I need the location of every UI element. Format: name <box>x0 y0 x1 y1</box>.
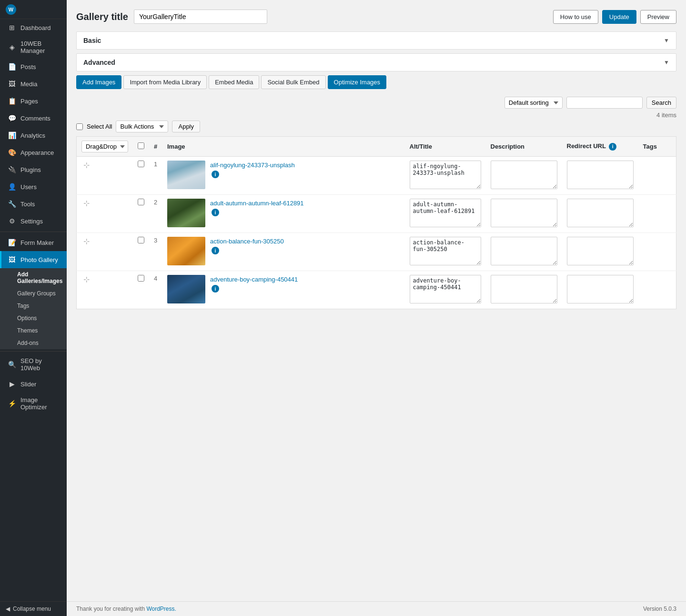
import-media-button[interactable]: Import from Media Library <box>123 75 207 89</box>
image-name-link-2[interactable]: adult-autumn-autumn-leaf-612891 <box>210 200 304 207</box>
footer-text: Thank you for creating with WordPress. <box>76 606 176 612</box>
drag-cell-1: ⊹ <box>77 157 133 195</box>
desc-textarea-4[interactable] <box>491 275 557 303</box>
sidebar-item-comments[interactable]: 💬 Comments <box>0 110 67 127</box>
row-checkbox-4[interactable] <box>138 275 144 282</box>
sidebar-item-dashboard[interactable]: ⊞ Dashboard <box>0 19 67 36</box>
collapse-menu-button[interactable]: ◀ Collapse menu <box>6 606 61 612</box>
drag-cell-2: ⊹ <box>77 195 133 233</box>
preview-button[interactable]: Preview <box>640 10 676 24</box>
number-cell-2: 2 <box>149 195 162 233</box>
table-select-all-checkbox[interactable] <box>138 142 144 149</box>
sidebar-item-posts[interactable]: 📄 Posts <box>0 58 67 75</box>
alt-textarea-3[interactable]: action-balance-fun-305250 <box>410 237 481 265</box>
sidebar-item-pages[interactable]: 📋 Pages <box>0 92 67 110</box>
desc-textarea-3[interactable] <box>491 237 557 265</box>
drag-handle-2[interactable]: ⊹ <box>81 199 91 207</box>
submenu-item-themes[interactable]: Themes <box>0 324 67 337</box>
how-to-use-button[interactable]: How to use <box>553 10 598 24</box>
image-name-link-1[interactable]: alif-ngoylung-243373-unsplash <box>210 162 295 169</box>
embed-media-button[interactable]: Embed Media <box>209 75 259 89</box>
sidebar-item-10web[interactable]: ◈ 10WEB Manager <box>0 36 67 58</box>
drag-handle-4[interactable]: ⊹ <box>81 275 91 283</box>
drag-handle-3[interactable]: ⊹ <box>81 237 91 245</box>
alt-textarea-4[interactable]: adventure-boy-camping-450441 <box>410 275 481 303</box>
row-checkbox-3[interactable] <box>138 237 144 243</box>
redirect-textarea-4[interactable] <box>567 275 634 303</box>
sidebar-item-slider[interactable]: ▶ Slider <box>0 375 67 393</box>
sidebar-item-settings[interactable]: ⚙ Settings <box>0 212 67 230</box>
image-name-link-4[interactable]: adventure-boy-camping-450441 <box>210 276 298 283</box>
th-drag: Drag&Drop <box>77 137 133 157</box>
advanced-accordion-arrow: ▼ <box>664 59 669 66</box>
submenu-item-options[interactable]: Options <box>0 312 67 324</box>
bulk-actions-select[interactable]: Bulk Actions <box>116 121 168 132</box>
redirect-textarea-2[interactable] <box>567 199 634 227</box>
redirect-textarea-1[interactable] <box>567 161 634 189</box>
optimize-images-button[interactable]: Optimize Images <box>328 75 387 89</box>
sidebar-item-plugins[interactable]: 🔌 Plugins <box>0 161 67 178</box>
image-info-icon-4[interactable]: i <box>212 285 219 293</box>
sidebar-item-label: Dashboard <box>20 24 51 31</box>
gallery-title-input[interactable] <box>134 10 267 24</box>
row-checkbox-2[interactable] <box>138 199 144 205</box>
drag-handle-1[interactable]: ⊹ <box>81 161 91 169</box>
bulk-actions-row: Select All Bulk Actions Apply <box>76 121 676 132</box>
image-cell-4: adventure-boy-camping-450441 i <box>162 271 405 309</box>
alt-textarea-1[interactable]: alif-ngoylung-243373-unsplash <box>410 161 481 189</box>
social-bulk-button[interactable]: Social Bulk Embed <box>261 75 325 89</box>
pages-icon: 📋 <box>7 96 17 106</box>
apply-button[interactable]: Apply <box>172 121 200 132</box>
sidebar-item-tools[interactable]: 🔧 Tools <box>0 195 67 212</box>
sidebar-item-users[interactable]: 👤 Users <box>0 178 67 195</box>
settings-icon: ⚙ <box>7 216 17 226</box>
sidebar-item-label: Comments <box>20 115 50 122</box>
redirect-cell-3 <box>562 233 638 271</box>
add-images-button[interactable]: Add Images <box>76 75 121 89</box>
alt-textarea-2[interactable]: adult-autumn-autumn-leaf-612891 <box>410 199 481 227</box>
update-button[interactable]: Update <box>602 10 636 24</box>
alt-cell-1: alif-ngoylung-243373-unsplash <box>405 157 486 195</box>
sidebar-item-appearance[interactable]: 🎨 Appearance <box>0 144 67 161</box>
sidebar-item-seo[interactable]: 🔍 SEO by 10Web <box>0 353 67 375</box>
users-icon: 👤 <box>7 182 17 192</box>
image-info-icon-1[interactable]: i <box>212 171 219 178</box>
header-buttons: How to use Update Preview <box>553 10 676 24</box>
image-thumb-2 <box>167 199 205 227</box>
advanced-accordion-header[interactable]: Advanced ▼ <box>77 54 676 71</box>
row-checkbox-1[interactable] <box>138 161 144 167</box>
submenu-item-tags[interactable]: Tags <box>0 300 67 312</box>
tags-cell-3 <box>638 233 676 271</box>
redirect-info-icon[interactable]: i <box>609 143 616 151</box>
image-info-icon-2[interactable]: i <box>212 209 219 216</box>
drag-mode-select[interactable]: Drag&Drop <box>81 141 128 152</box>
image-name-link-3[interactable]: action-balance-fun-305250 <box>210 238 284 245</box>
redirect-textarea-3[interactable] <box>567 237 634 265</box>
redirect-cell-2 <box>562 195 638 233</box>
table-header-row: Drag&Drop # Image Alt/Title Description … <box>77 137 676 157</box>
submenu-item-add-galleries[interactable]: Add Galleries/Images <box>0 268 67 287</box>
select-all-label[interactable]: Select All <box>87 123 112 130</box>
alt-cell-2: adult-autumn-autumn-leaf-612891 <box>405 195 486 233</box>
search-button[interactable]: Search <box>646 97 676 109</box>
sidebar: W ⊞ Dashboard ◈ 10WEB Manager 📄 Posts 🖼 … <box>0 0 67 616</box>
image-info-icon-3[interactable]: i <box>212 247 219 254</box>
sidebar-item-analytics[interactable]: 📊 Analytics <box>0 127 67 144</box>
tags-cell-4 <box>638 271 676 309</box>
wordpress-link[interactable]: WordPress. <box>146 606 176 612</box>
basic-accordion-header[interactable]: Basic ▼ <box>77 32 676 49</box>
sort-select[interactable]: Default sorting Date Title Random <box>504 97 563 109</box>
select-all-checkbox[interactable] <box>76 123 83 130</box>
sidebar-item-image-optimizer[interactable]: ⚡ Image Optimizer <box>0 393 67 414</box>
sidebar-item-photo-gallery[interactable]: 🖼 Photo Gallery <box>0 251 67 268</box>
submenu-item-gallery-groups[interactable]: Gallery Groups <box>0 287 67 300</box>
search-input[interactable] <box>566 97 643 109</box>
desc-textarea-2[interactable] <box>491 199 557 227</box>
sidebar-item-form-maker[interactable]: 📝 Form Maker <box>0 234 67 251</box>
sidebar-item-media[interactable]: 🖼 Media <box>0 75 67 92</box>
th-alt: Alt/Title <box>405 137 486 157</box>
number-cell-4: 4 <box>149 271 162 309</box>
submenu-item-addons[interactable]: Add-ons <box>0 337 67 349</box>
sidebar-item-label: Appearance <box>20 149 54 156</box>
desc-textarea-1[interactable] <box>491 161 557 189</box>
